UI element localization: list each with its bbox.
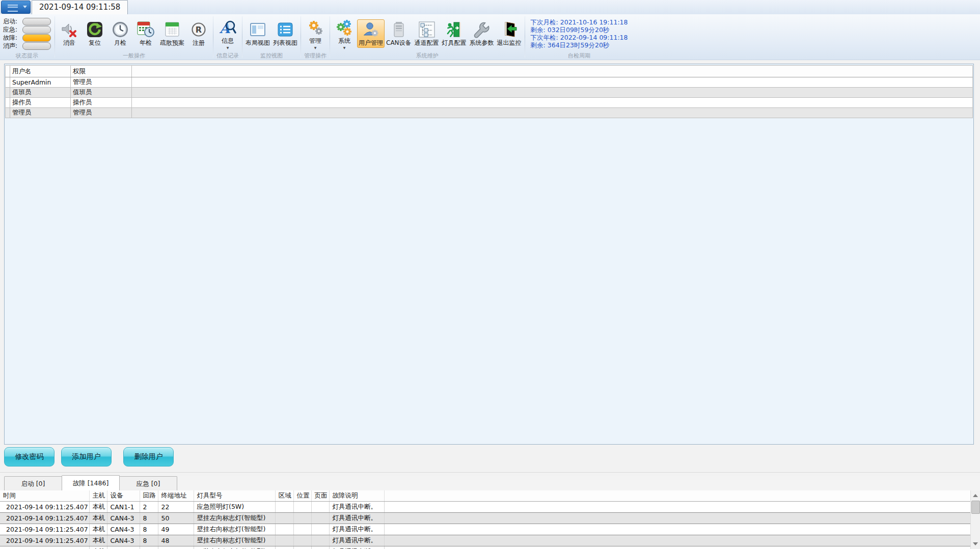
can-device-button[interactable]: CAN设备 — [385, 19, 413, 48]
tab-emergency[interactable]: 应急 [0] — [119, 476, 177, 490]
status-row-silence: 消声: — [3, 42, 51, 50]
fault-cell: CAN1-1 — [107, 502, 140, 513]
fault-column-header[interactable]: 设备 — [107, 490, 140, 502]
user-table-row[interactable]: 值班员值班员 — [6, 88, 973, 98]
app-menu-button[interactable] — [1, 1, 31, 14]
list-view-button[interactable]: 列表视图 — [271, 19, 299, 48]
fault-table-row[interactable]: 2021-09-14 09:11:25.407本机CAN4-3850壁挂左向标志… — [0, 513, 971, 524]
fault-cell: 22 — [158, 502, 194, 513]
lamp-config-button[interactable]: 灯具配置 — [441, 19, 468, 48]
tab-fault[interactable]: 故障 [1486] — [62, 475, 120, 490]
row-selector-gutter — [6, 66, 10, 77]
layout-view-icon — [249, 21, 266, 38]
fault-column-header[interactable]: 位置 — [293, 490, 311, 502]
mute-button[interactable]: 消音 — [57, 19, 82, 48]
group-divider — [525, 16, 525, 58]
fault-column-header[interactable]: 回路 — [140, 490, 158, 502]
user-manage-button[interactable]: 用户管理 — [357, 19, 385, 48]
user-column-header[interactable]: 权限 — [71, 66, 132, 77]
monthly-check-button[interactable]: 月检 — [107, 19, 133, 48]
info-button[interactable]: A信息▼ — [215, 17, 240, 50]
fault-cell: 2021-09-14 09:11:25.407 — [0, 524, 89, 535]
fault-table-row[interactable]: 2021-09-14 09:11:25.407本机CAN4-3847吊装左向标志… — [0, 546, 971, 549]
fault-cell: 应急照明灯(5W) — [194, 502, 275, 513]
clock-title-tab[interactable]: 2021-09-14 09:11:58 — [32, 0, 128, 14]
fault-log-panel: 时间主机设备回路终端地址灯具型号区域位置页面故障说明 2021-09-14 09… — [0, 490, 971, 549]
ribbon-button-label: 系统参数 — [470, 39, 494, 47]
ribbon-button-label: 通道配置 — [415, 39, 439, 47]
fault-table-row[interactable]: 2021-09-14 09:11:25.407本机CAN4-3848壁挂右向标志… — [0, 535, 971, 546]
group-divider — [213, 16, 213, 58]
ribbon-group-maintain: 系统▼用户管理CAN设备通道配置灯具配置系统参数退出监控系统维护 — [331, 14, 524, 60]
ribbon-button-label: 年检 — [140, 39, 152, 47]
scroll-up-icon[interactable] — [973, 494, 978, 497]
fault-column-header[interactable]: 区域 — [275, 490, 293, 502]
fault-cell: 灯具通讯中断。 — [329, 535, 384, 546]
delete-user-button[interactable]: 删除用户 — [123, 447, 174, 466]
exit-monitor-button[interactable]: 退出监控 — [496, 19, 523, 48]
fault-cell: 2021-09-14 09:11:25.407 — [0, 502, 89, 513]
ribbon-button-label: 系统 — [338, 37, 350, 45]
fault-cell: 2021-09-14 09:11:25.407 — [0, 513, 89, 524]
fault-column-header[interactable]: 终端地址 — [158, 490, 194, 502]
system-param-button[interactable]: 系统参数 — [468, 19, 496, 48]
fault-column-header[interactable]: 故障说明 — [329, 490, 384, 502]
tab-start[interactable]: 启动 [0] — [4, 476, 62, 490]
scrollbar-thumb[interactable] — [971, 501, 980, 514]
change-password-button[interactable]: 修改密码 — [4, 447, 55, 466]
manage-button[interactable]: 管理▼ — [303, 17, 328, 50]
user-column-header[interactable]: 用户名 — [10, 66, 71, 77]
fault-column-header[interactable]: 灯具型号 — [194, 490, 275, 502]
fault-column-header[interactable]: 时间 — [0, 490, 89, 502]
fault-cell: 本机 — [89, 546, 107, 549]
hamburger-menu-icon — [8, 5, 18, 12]
user-table-row[interactable]: SuperAdmin管理员 — [6, 77, 973, 88]
fault-cell — [275, 502, 293, 513]
status-lamp-silence — [22, 42, 51, 50]
fault-cell: CAN4-3 — [107, 535, 140, 546]
fault-cell: 壁挂右向标志灯(智能型) — [194, 535, 275, 546]
fault-table-row[interactable]: 2021-09-14 09:11:25.407本机CAN4-3849壁挂右向标志… — [0, 524, 971, 535]
fault-column-header[interactable]: 主机 — [89, 490, 107, 502]
app-window: 2021-09-14 09:11:58 启动:应急:故障:消声:状态提示消音复位… — [0, 0, 980, 549]
ribbon-button-label: 用户管理 — [359, 39, 383, 47]
selfcheck-line: 剩余: 364日23时59分20秒 — [531, 41, 610, 49]
annual-check-button[interactable]: 年检 — [133, 19, 158, 48]
fault-cell: 8 — [140, 546, 158, 549]
reset-button[interactable]: 复位 — [82, 19, 107, 48]
empty-column-header — [132, 66, 973, 77]
group-divider — [242, 16, 242, 58]
register-button[interactable]: R注册 — [186, 19, 211, 48]
fault-cell — [275, 524, 293, 535]
user-table-row[interactable]: 操作员操作员 — [6, 98, 973, 108]
fault-cell — [384, 513, 971, 524]
fault-column-header[interactable]: 页面 — [311, 490, 329, 502]
status-label: 启动: — [3, 17, 22, 26]
user-table-header: 用户名权限 — [6, 66, 973, 77]
user-table-row[interactable]: 管理员管理员 — [6, 108, 973, 118]
channel-config-button[interactable]: 通道配置 — [413, 19, 441, 48]
exit-door-icon — [501, 21, 518, 38]
layout-view-button[interactable]: 布局视图 — [244, 19, 271, 48]
ribbon-group-status: 启动:应急:故障:消声:状态提示 — [0, 14, 54, 60]
fault-cell — [311, 513, 329, 524]
channel-tree-icon — [418, 21, 435, 38]
event-tab-bar: 启动 [0]故障 [1486]应急 [0] — [0, 476, 980, 491]
ribbon-button-label: CAN设备 — [386, 39, 412, 47]
add-user-button[interactable]: 添加用户 — [61, 447, 112, 466]
fault-cell: CAN4-3 — [107, 524, 140, 535]
evacuation-plan-button[interactable]: 疏散预案 — [158, 19, 186, 48]
fault-cell — [384, 546, 971, 549]
fault-table-row[interactable]: 2021-09-14 09:11:25.407本机CAN1-1222应急照明灯(… — [0, 502, 971, 513]
row-selector-gutter — [6, 98, 10, 108]
row-selector-gutter — [6, 108, 10, 118]
fault-cell: 壁挂右向标志灯(智能型) — [194, 524, 275, 535]
fault-cell: 灯具通讯中断。 — [329, 524, 384, 535]
system-button[interactable]: 系统▼ — [332, 17, 357, 50]
vertical-scrollbar[interactable] — [970, 490, 980, 549]
scroll-down-icon[interactable] — [973, 542, 978, 545]
fault-cell — [293, 502, 311, 513]
fault-cell: 本机 — [89, 513, 107, 524]
ribbon-button-label: 消音 — [63, 39, 75, 47]
dropdown-arrow-icon: ▼ — [314, 46, 317, 49]
